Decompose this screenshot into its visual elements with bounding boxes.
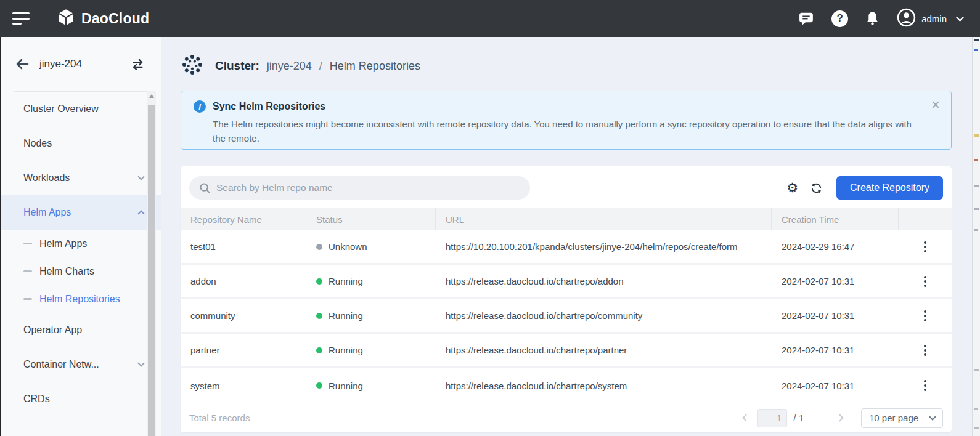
table-row[interactable]: addon Running https://release.daocloud.i… [181,265,952,299]
sidebar-item-helm-repositories[interactable]: Helm Repositories [1,285,161,313]
sidebar: jinye-204 Cluster OverviewNodesWorkloads… [1,37,161,436]
page-minimap[interactable] [972,37,980,436]
create-repository-button[interactable]: Create Repository [836,176,943,200]
repo-name: addon [181,265,306,297]
breadcrumb-label: Cluster: [215,59,259,73]
repo-status: Running [306,299,436,332]
repo-url: https://release.daocloud.io/chartrepo/ad… [436,265,772,297]
chat-icon[interactable] [798,11,815,26]
sidebar-item-operator-app[interactable]: Operator App [1,313,161,347]
creation-time: 2024-02-07 10:31 [772,334,899,366]
repo-status: Running [306,368,436,403]
switch-cluster-icon[interactable] [131,58,145,71]
chevron-down-icon [137,360,144,366]
sidebar-item-label: Nodes [23,138,144,149]
breadcrumb: Cluster: jinye-204 / Helm Repositories [181,50,952,81]
breadcrumb-separator: / [319,60,322,73]
status-dot-icon [316,382,322,389]
repo-status: Unknown [306,230,436,263]
help-icon[interactable]: ? [831,10,848,27]
sidebar-item-cluster-overview[interactable]: Cluster Overview [1,92,161,126]
notification-bell-icon[interactable] [865,10,880,26]
search-input[interactable] [216,182,520,193]
daocloud-cube-icon [57,8,75,29]
search-box[interactable] [189,176,530,200]
page-size-value: 10 per page [869,413,918,423]
table-row[interactable]: community Running https://release.daoclo… [181,299,952,334]
breadcrumb-cluster-link[interactable]: jinye-204 [267,60,312,73]
status-label: Unknown [329,241,367,252]
repo-name: community [181,299,306,332]
scrollbar-thumb[interactable] [148,105,155,436]
creation-time: 2024-02-07 10:31 [772,299,899,332]
column-header-creation-time: Creation Time [772,208,899,230]
sidebar-item-label: Container Netw... [23,359,139,370]
repo-name: system [181,368,306,403]
table-row[interactable]: partner Running https://release.daocloud… [181,334,952,368]
creation-time: 2024-02-07 10:31 [772,265,899,297]
kebab-menu-icon[interactable] [920,272,930,291]
search-icon [199,182,211,194]
repositories-card: ⚙ Create Repository [181,166,952,432]
table-body: test01 Unknown https://10.20.100.201/kpa… [181,230,952,403]
kebab-menu-icon[interactable] [920,307,930,325]
scrollbar-up-arrow-icon[interactable] [149,94,154,98]
sidebar-item-nodes[interactable]: Nodes [1,126,161,161]
next-page-icon[interactable] [836,414,844,422]
chevron-down-icon [137,173,144,180]
total-records-text: Total 5 records [189,413,250,423]
pagination: / 1 10 per page [743,408,943,428]
column-header-url: URL [436,208,772,230]
status-label: Running [329,345,363,355]
banner-title: Sync Helm Repositories [213,101,325,112]
user-menu[interactable]: admin [897,8,963,30]
submenu-dash-icon [23,243,32,244]
page-count-text: / 1 [793,413,804,423]
creation-time: 2024-02-29 16:47 [772,230,899,263]
page-size-select[interactable]: 10 per page [861,408,943,428]
sidebar-scrollbar[interactable] [147,91,156,436]
info-icon: i [194,100,206,113]
column-header-actions [899,208,952,230]
sidebar-item-crds[interactable]: CRDs [1,382,161,416]
banner-close-icon[interactable]: × [931,97,940,112]
table-footer: Total 5 records / 1 10 per page [181,403,952,432]
breadcrumb-current-page: Helm Repositories [330,60,420,73]
refresh-icon[interactable] [810,182,823,195]
brand-logo[interactable]: DaoCloud [57,8,149,29]
status-dot-icon [316,347,322,353]
repo-url: https://release.daocloud.io/chartrepo/sy… [436,368,772,403]
sidebar-item-helm-apps[interactable]: Helm Apps [1,195,161,230]
table-row[interactable]: test01 Unknown https://10.20.100.201/kpa… [181,230,952,265]
repo-url: https://release.daocloud.io/chartrepo/pa… [436,334,772,366]
previous-page-icon[interactable] [742,414,750,422]
repo-name: test01 [181,230,306,263]
kebab-menu-icon[interactable] [920,341,930,360]
sidebar-item-workloads[interactable]: Workloads [1,161,161,195]
sidebar-item-helm-charts[interactable]: Helm Charts [1,257,161,285]
hamburger-menu-icon[interactable] [12,12,30,25]
repo-name: partner [181,334,306,366]
sidebar-item-label: Cluster Overview [23,103,144,115]
sync-info-banner: i Sync Helm Repositories The Helm reposi… [181,91,952,150]
page-number-input[interactable] [757,409,787,427]
status-label: Running [329,276,363,286]
repo-url: https://10.20.100.201/kpanda/clusters/ji… [436,230,772,263]
chevron-down-icon [929,413,936,420]
sidebar-menu: Cluster OverviewNodesWorkloadsHelm AppsH… [1,92,161,416]
creation-time: 2024-02-07 10:31 [772,368,899,403]
sidebar-item-label: Workloads [23,172,139,184]
sidebar-item-container-network[interactable]: Container Netw... [1,347,161,382]
settings-gear-icon[interactable]: ⚙ [786,182,798,195]
kebab-menu-icon[interactable] [920,376,930,395]
table-row[interactable]: system Running https://release.daocloud.… [181,368,952,403]
kebab-menu-icon[interactable] [920,238,930,256]
column-header-status: Status [306,208,436,230]
back-arrow-icon[interactable] [15,57,30,71]
app-window: DaoCloud ? [0,0,980,436]
cluster-dots-icon [181,53,204,79]
repo-url: https://release.daocloud.io/chartrepo/co… [436,299,772,332]
sidebar-item-helm-apps-sub[interactable]: Helm Apps [1,230,161,257]
status-label: Running [329,310,363,321]
sidebar-cluster-name: jinye-204 [39,58,82,70]
